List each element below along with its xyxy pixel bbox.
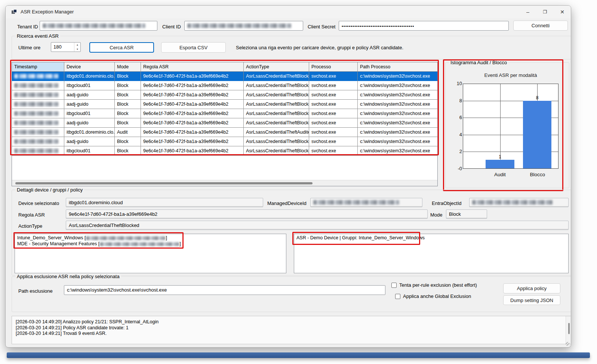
- exclusion-path-input[interactable]: c:\windows\system32\svchost.exe\svchost.…: [64, 285, 385, 295]
- close-button[interactable]: ✕: [554, 6, 571, 18]
- column-header-path-processo[interactable]: Path Processo: [358, 62, 437, 72]
- table-cell[interactable]: AsrLsassCredentialTheftBlocked: [244, 118, 309, 128]
- log-scrollbar-thumb[interactable]: [568, 323, 570, 334]
- table-cell[interactable]: 9e6c4e1f-7d60-472f-ba1a-a39ef669e4b2: [141, 137, 244, 146]
- table-row[interactable]: aadj-guidoBlock9e6c4e1f-7d60-472f-ba1a-a…: [12, 137, 437, 146]
- timestamp-cell[interactable]: [12, 109, 64, 118]
- table-row[interactable]: itbgcloud01Block9e6c4e1f-7d60-472f-ba1a-…: [12, 109, 437, 118]
- table-cell[interactable]: Block: [115, 118, 141, 128]
- table-cell[interactable]: svchost.exe: [309, 81, 358, 90]
- table-cell[interactable]: aadj-guido: [64, 90, 115, 100]
- table-cell[interactable]: c:\windows\system32\svchost.exe: [358, 81, 437, 90]
- table-cell[interactable]: svchost.exe: [309, 109, 358, 118]
- table-cell[interactable]: 9e6c4e1f-7d60-472f-ba1a-a39ef669e4b2: [141, 81, 244, 90]
- table-cell[interactable]: AsrLsassCredentialTheftBlocked: [244, 109, 309, 118]
- table-cell[interactable]: Block: [115, 146, 141, 156]
- column-header-timestamp[interactable]: Timestamp: [12, 62, 64, 72]
- policy-item[interactable]: ASR - Demo Device | Gruppi: Intune_Demo_…: [296, 235, 566, 241]
- table-cell[interactable]: c:\windows\system32\svchost.exe: [358, 146, 437, 156]
- table-cell[interactable]: c:\windows\system32\svchost.exe: [358, 90, 437, 100]
- column-header-device[interactable]: Device: [64, 62, 115, 72]
- timestamp-cell[interactable]: [12, 100, 64, 109]
- table-cell[interactable]: AsrLsassCredentialTheftBlocked: [244, 100, 309, 109]
- timestamp-cell[interactable]: [12, 72, 64, 81]
- timestamp-cell[interactable]: [12, 81, 64, 90]
- table-cell[interactable]: 9e6c4e1f-7d60-472f-ba1a-a39ef669e4b2: [141, 146, 244, 156]
- table-cell[interactable]: Block: [115, 109, 141, 118]
- table-row[interactable]: itbgdc01.doreminio.clo...Block9e6c4e1f-7…: [12, 72, 437, 81]
- table-cell[interactable]: c:\windows\system32\svchost.exe: [358, 137, 437, 146]
- table-cell[interactable]: svchost.exe: [309, 100, 358, 109]
- table-cell[interactable]: Block: [115, 72, 141, 81]
- column-header-actiontype[interactable]: ActionType: [244, 62, 309, 72]
- maximize-button[interactable]: ❐: [536, 6, 554, 18]
- column-header-regola-asr[interactable]: Regola ASR: [141, 62, 244, 72]
- table-cell[interactable]: 9e6c4e1f-7d60-472f-ba1a-a39ef669e4b2: [141, 100, 244, 109]
- timestamp-cell[interactable]: [12, 128, 64, 137]
- device-group-item[interactable]: Intune_Demo_Server_Windows []: [17, 235, 284, 241]
- log-textbox[interactable]: [2026-03-20 14:49:20] Analizzo policy 21…: [12, 316, 571, 344]
- table-cell[interactable]: c:\windows\system32\svchost.exe: [358, 118, 437, 128]
- table-cell[interactable]: AsrLsassCredentialTheftBlocked: [244, 90, 309, 100]
- dump-json-button[interactable]: Dump setting JSON: [503, 295, 560, 305]
- stepper-down-icon[interactable]: ▼: [74, 47, 80, 52]
- table-cell[interactable]: AsrLsassCredentialTheftBlocked: [244, 146, 309, 156]
- column-header-mode[interactable]: Mode: [115, 62, 141, 72]
- timestamp-cell[interactable]: [12, 118, 64, 128]
- table-cell[interactable]: svchost.exe: [309, 128, 358, 137]
- client-id-input[interactable]: [184, 21, 303, 31]
- table-cell[interactable]: AsrLsassCredentialTheftBlocked: [244, 137, 309, 146]
- log-scrollbar[interactable]: [566, 316, 571, 344]
- table-cell[interactable]: 9e6c4e1f-7d60-472f-ba1a-a39ef669e4b2: [141, 118, 244, 128]
- table-cell[interactable]: aadj-guido: [64, 137, 115, 146]
- apply-policy-button[interactable]: Applica policy: [503, 283, 560, 293]
- hours-stepper[interactable]: 180 ▲ ▼: [51, 42, 81, 52]
- table-cell[interactable]: AsrLsassCredentialTheftBlocked: [244, 81, 309, 90]
- connect-button[interactable]: Connetti: [513, 21, 568, 31]
- table-row[interactable]: aadj-guidoBlock9e6c4e1f-7d60-472f-ba1a-a…: [12, 118, 437, 128]
- timestamp-cell[interactable]: [12, 146, 64, 156]
- column-header-processo[interactable]: Processo: [309, 62, 358, 72]
- scrollbar-thumb[interactable]: [15, 182, 313, 184]
- table-cell[interactable]: 9e6c4e1f-7d60-472f-ba1a-a39ef669e4b2: [141, 72, 244, 81]
- table-cell[interactable]: svchost.exe: [309, 146, 358, 156]
- table-cell[interactable]: c:\windows\system32\svchost.exe: [358, 100, 437, 109]
- table-row[interactable]: aadj-guidoBlock9e6c4e1f-7d60-472f-ba1a-a…: [12, 90, 437, 100]
- table-cell[interactable]: AsrLsassCredentialTheftBlocked: [244, 72, 309, 81]
- timestamp-cell[interactable]: [12, 137, 64, 146]
- minimize-button[interactable]: –: [519, 6, 536, 18]
- table-cell[interactable]: itbgcloud01: [64, 146, 115, 156]
- events-table[interactable]: TimestampDeviceModeRegola ASRActionTypeP…: [12, 62, 438, 186]
- export-csv-button[interactable]: Esporta CSV: [161, 42, 226, 53]
- table-cell[interactable]: itbgdc01.doreminio.clo...: [64, 128, 115, 137]
- table-cell[interactable]: 9e6c4e1f-7d60-472f-ba1a-a39ef669e4b2: [141, 109, 244, 118]
- table-cell[interactable]: aadj-guido: [64, 118, 115, 128]
- table-row[interactable]: itbgcloud01Block9e6c4e1f-7d60-472f-ba1a-…: [12, 81, 437, 90]
- stepper-up-icon[interactable]: ▲: [74, 43, 80, 47]
- table-cell[interactable]: AsrLsassCredentialTheftAudited: [244, 128, 309, 137]
- table-cell[interactable]: svchost.exe: [309, 72, 358, 81]
- table-cell[interactable]: aadj-guido: [64, 100, 115, 109]
- table-cell[interactable]: c:\windows\system32\svchost.exe: [358, 128, 437, 137]
- table-cell[interactable]: Block: [115, 81, 141, 90]
- table-row[interactable]: itbgcloud01Block9e6c4e1f-7d60-472f-ba1a-…: [12, 146, 437, 156]
- table-cell[interactable]: Block: [115, 137, 141, 146]
- table-cell[interactable]: svchost.exe: [309, 137, 358, 146]
- candidate-policies-listbox[interactable]: ASR - Demo Device | Gruppi: Intune_Demo_…: [294, 234, 569, 273]
- table-cell[interactable]: 9e6c4e1f-7d60-472f-ba1a-a39ef669e4b2: [141, 128, 244, 137]
- table-cell[interactable]: Block: [115, 90, 141, 100]
- table-cell[interactable]: Audit: [115, 128, 141, 137]
- client-secret-input[interactable]: ••••••••••••••••••••••••••••••••••••••••: [339, 21, 509, 31]
- resize-grip[interactable]: [566, 342, 569, 346]
- tenant-id-input[interactable]: [40, 21, 157, 31]
- table-cell[interactable]: svchost.exe: [309, 118, 358, 128]
- device-group-item[interactable]: MDE - Security Management Features []: [17, 241, 284, 247]
- table-cell[interactable]: c:\windows\system32\svchost.exe: [358, 72, 437, 81]
- horizontal-scrollbar[interactable]: [12, 180, 437, 186]
- timestamp-cell[interactable]: [12, 90, 64, 100]
- device-groups-listbox[interactable]: Intune_Demo_Server_Windows []MDE - Secur…: [15, 234, 286, 273]
- table-cell[interactable]: itbgcloud01: [64, 109, 115, 118]
- global-exclusion-checkbox[interactable]: Applica anche Global Exclusion: [395, 293, 471, 299]
- table-cell[interactable]: itbgdc01.doreminio.clo...: [64, 72, 115, 81]
- search-asr-button[interactable]: Cerca ASR: [89, 42, 154, 53]
